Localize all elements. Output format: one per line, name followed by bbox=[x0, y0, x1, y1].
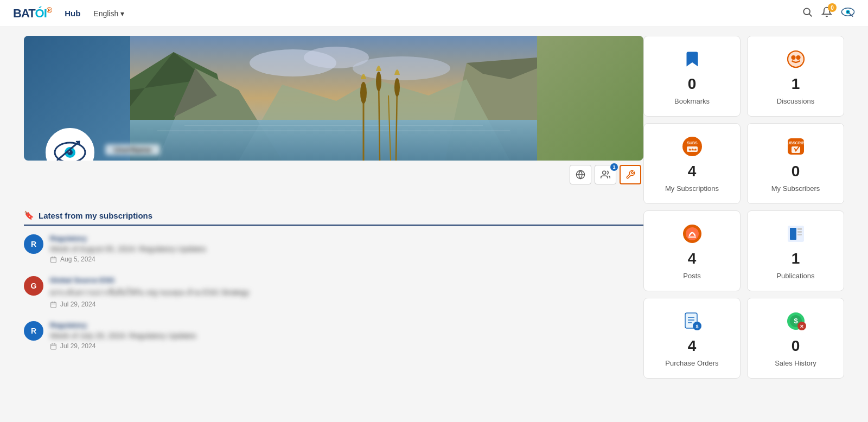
svg-point-33 bbox=[603, 171, 606, 174]
notification-badge: 0 bbox=[828, 3, 837, 12]
profile-actions: 1 bbox=[24, 165, 643, 184]
bookmark-icon bbox=[680, 47, 704, 71]
svg-text:★★★: ★★★ bbox=[688, 148, 697, 151]
feed-item[interactable]: R Regulatory Week of July 29, 2024: Regu… bbox=[24, 321, 643, 350]
svg-rect-38 bbox=[51, 302, 56, 308]
user-eye-icon[interactable] bbox=[841, 7, 855, 20]
svg-text:$: $ bbox=[794, 317, 798, 325]
feed-headline[interactable]: ยกระดับความน่าเชื่อถือให้กับ org ของคุณ … bbox=[50, 286, 643, 298]
friends-count-badge: 1 bbox=[610, 163, 618, 171]
feed-date: Jul 29, 2024 bbox=[50, 342, 643, 350]
feed-avatar: R bbox=[24, 321, 43, 341]
feed-title: 🔖 Latest from my subscriptions bbox=[24, 210, 643, 226]
feed-author: Regulatory bbox=[50, 321, 643, 329]
language-label: English bbox=[93, 9, 118, 18]
feed-date: Aug 5, 2024 bbox=[50, 255, 643, 263]
stat-card-my-subscriptions[interactable]: SUBS ★★★ 4 My Subscriptions bbox=[643, 123, 741, 204]
stat-card-purchase-orders[interactable]: $ 4 Purchase Orders bbox=[643, 298, 741, 379]
stat-count-sales-history: 0 bbox=[792, 337, 800, 355]
stat-label-purchase-orders: Purchase Orders bbox=[665, 359, 718, 367]
language-selector[interactable]: English ▾ bbox=[93, 9, 124, 18]
svg-point-22 bbox=[376, 72, 381, 91]
stat-card-sales-history[interactable]: $ ✕ 0 Sales History bbox=[747, 298, 844, 379]
purchase-orders-icon: $ bbox=[680, 309, 704, 333]
feed-avatar: G bbox=[24, 276, 43, 296]
stat-label-discussions: Discussions bbox=[777, 97, 814, 105]
svg-rect-34 bbox=[51, 257, 56, 263]
feed-section: 🔖 Latest from my subscriptions R Regulat… bbox=[24, 210, 643, 350]
svg-rect-62 bbox=[797, 231, 802, 233]
feed-content: Regulatory Week of August 05, 2024: Regu… bbox=[50, 234, 643, 263]
stat-count-my-subscriptions: 4 bbox=[688, 163, 697, 180]
svg-text:$: $ bbox=[695, 324, 698, 329]
hub-link[interactable]: Hub bbox=[65, 9, 80, 18]
feed-item[interactable]: G Global Source ESG ยกระดับความน่าเชื่อถ… bbox=[24, 276, 643, 308]
stat-count-purchase-orders: 4 bbox=[688, 337, 697, 355]
stat-count-publications: 1 bbox=[792, 250, 800, 267]
stat-label-sales-history: Sales History bbox=[775, 359, 816, 367]
svg-point-20 bbox=[360, 82, 367, 104]
svg-rect-60 bbox=[790, 228, 796, 240]
svg-text:✕: ✕ bbox=[800, 324, 804, 329]
username-display: UserName bbox=[105, 144, 160, 155]
logo-bat: BAT bbox=[13, 7, 35, 20]
stat-label-publications: Publications bbox=[776, 272, 814, 280]
svg-point-57 bbox=[686, 227, 699, 240]
feed-avatar: R bbox=[24, 234, 43, 254]
svg-point-0 bbox=[803, 8, 810, 15]
feed-author: Regulatory bbox=[50, 234, 643, 242]
logo-oi: ÓI bbox=[35, 7, 47, 20]
bookmark-feed-icon: 🔖 bbox=[24, 210, 34, 220]
feed-item[interactable]: R Regulatory Week of August 05, 2024: Re… bbox=[24, 234, 643, 263]
stat-card-publications[interactable]: 1 Publications bbox=[747, 210, 844, 291]
nav-icons: 0 bbox=[802, 7, 855, 20]
stat-count-posts: 4 bbox=[688, 250, 697, 267]
sales-history-icon: $ ✕ bbox=[784, 309, 808, 333]
svg-text:SUBSCRIBE: SUBSCRIBE bbox=[785, 141, 807, 145]
feed-headline[interactable]: Week of August 05, 2024: Regulatory Upda… bbox=[50, 245, 643, 253]
friends-action-button[interactable]: 1 bbox=[595, 165, 616, 184]
stat-label-bookmarks: Bookmarks bbox=[674, 97, 710, 105]
stat-card-posts[interactable]: 4 Posts bbox=[643, 210, 741, 291]
svg-point-48 bbox=[796, 56, 800, 59]
cover-wrapper: UserName bbox=[24, 36, 643, 161]
logo[interactable]: BATÓI® bbox=[13, 6, 52, 21]
stat-card-my-subscribers[interactable]: SUBSCRIBE 0 My Subscribers bbox=[747, 123, 844, 204]
posts-icon bbox=[680, 222, 704, 246]
stat-count-discussions: 1 bbox=[792, 75, 800, 93]
svg-point-8 bbox=[353, 56, 450, 80]
feed-content: Global Source ESG ยกระดับความน่าเชื่อถือ… bbox=[50, 276, 643, 308]
tools-action-button[interactable] bbox=[620, 165, 641, 184]
svg-line-1 bbox=[809, 14, 812, 17]
chevron-down-icon: ▾ bbox=[120, 9, 124, 18]
cover-image bbox=[24, 36, 643, 161]
svg-point-46 bbox=[788, 51, 804, 67]
feed-date: Jul 29, 2024 bbox=[50, 300, 643, 308]
publications-icon bbox=[784, 222, 808, 246]
stats-grid: 0 Bookmarks 1 Discussions SUBS ★★★ 4 My … bbox=[643, 36, 844, 379]
stat-label-my-subscriptions: My Subscriptions bbox=[665, 184, 719, 193]
svg-point-47 bbox=[792, 56, 795, 59]
stat-count-my-subscribers: 0 bbox=[792, 163, 800, 180]
svg-point-24 bbox=[394, 78, 400, 97]
subscriptions-icon: SUBS ★★★ bbox=[680, 135, 704, 158]
svg-text:SUBS: SUBS bbox=[687, 141, 698, 145]
stat-label-posts: Posts bbox=[683, 272, 701, 280]
feed-list: R Regulatory Week of August 05, 2024: Re… bbox=[24, 234, 643, 350]
svg-rect-61 bbox=[797, 228, 802, 230]
stat-label-my-subscribers: My Subscribers bbox=[771, 184, 820, 193]
svg-point-4 bbox=[847, 11, 849, 13]
subscribers-icon: SUBSCRIBE bbox=[784, 135, 808, 158]
svg-rect-42 bbox=[51, 344, 56, 349]
stat-card-bookmarks[interactable]: 0 Bookmarks bbox=[643, 36, 741, 117]
stat-card-discussions[interactable]: 1 Discussions bbox=[747, 36, 844, 117]
globe-action-button[interactable] bbox=[570, 165, 591, 184]
stat-count-bookmarks: 0 bbox=[688, 75, 697, 93]
profile-section: UserName 1 bbox=[24, 36, 643, 379]
svg-rect-63 bbox=[797, 234, 802, 235]
feed-content: Regulatory Week of July 29, 2024: Regula… bbox=[50, 321, 643, 350]
search-icon[interactable] bbox=[802, 7, 813, 20]
feed-headline[interactable]: Week of July 29, 2024: Regulatory Update… bbox=[50, 331, 643, 340]
notification-bell-icon[interactable]: 0 bbox=[821, 7, 832, 20]
feed-author: Global Source ESG bbox=[50, 276, 643, 284]
